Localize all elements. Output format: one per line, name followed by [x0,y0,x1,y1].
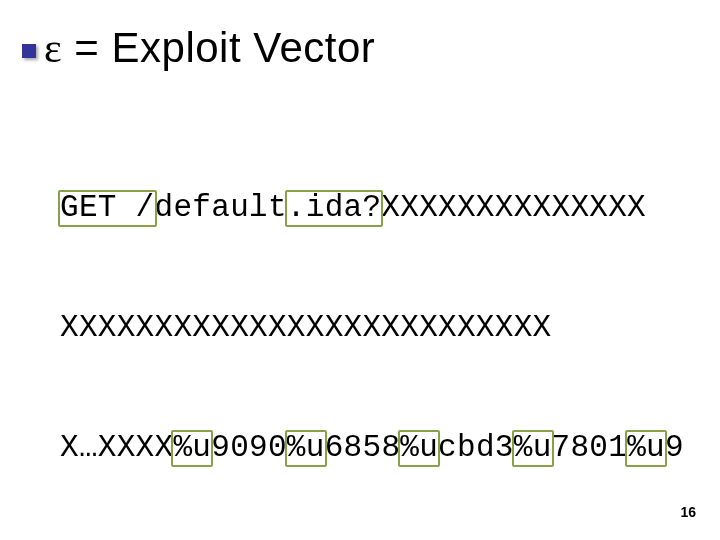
hl-u: %u [400,428,438,468]
code-line-2: XXXXXXXXXXXXXXXXXXXXXXXXXX [60,308,684,348]
hl-u: %u [173,428,211,468]
hl-ida: .ida? [287,188,382,228]
code-line-3: X…XXXX%u9090%u6858%ucbd3%u7801%u9 [60,428,684,468]
hl-u: %u [627,428,665,468]
hl-u: %u [514,428,552,468]
slide: ε = Exploit Vector GET /default.ida?XXXX… [0,0,720,540]
code-line-1: GET /default.ida?XXXXXXXXXXXXXX [60,188,684,228]
hl-get: GET / [60,188,155,228]
title-bullet [22,44,36,58]
epsilon-symbol: ε [44,25,62,71]
title-text: = Exploit Vector [62,24,375,71]
hl-u: %u [287,428,325,468]
exploit-code-block: GET /default.ida?XXXXXXXXXXXXXX XXXXXXXX… [60,108,684,540]
slide-title: ε = Exploit Vector [44,24,375,72]
page-number: 16 [680,504,696,520]
